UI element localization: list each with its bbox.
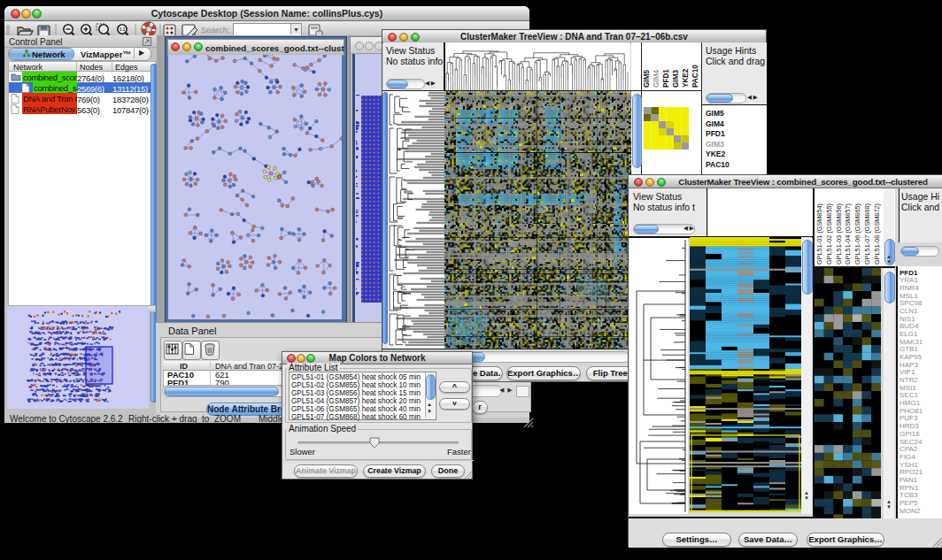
svg-text:GPL51-03 (GSM856): GPL51-03 (GSM856): [835, 203, 843, 265]
svg-text:SEC1: SEC1: [900, 391, 918, 399]
svg-text:TCB3: TCB3: [900, 491, 918, 499]
svg-text:GPL51-07 (GSM868): GPL51-07 (GSM868): [863, 203, 871, 265]
svg-text:RPO21: RPO21: [900, 468, 923, 476]
svg-text:KAP95: KAP95: [900, 353, 922, 361]
svg-text:GPL51-02 (GSM855): GPL51-02 (GSM855): [825, 203, 833, 265]
svg-text:FIG4: FIG4: [900, 453, 915, 461]
svg-text:GIM5: GIM5: [643, 70, 651, 88]
svg-text:YSH1: YSH1: [900, 461, 918, 469]
svg-text:PEP5: PEP5: [900, 499, 918, 507]
svg-text:CLN1: CLN1: [900, 307, 918, 315]
svg-text:PFD1: PFD1: [662, 69, 670, 88]
svg-text:YKE2: YKE2: [682, 68, 690, 88]
svg-text:MON2: MON2: [900, 507, 921, 515]
svg-text:GPL51-04 (GSM857): GPL51-04 (GSM857): [844, 203, 852, 265]
svg-text:GIM4: GIM4: [652, 70, 660, 88]
svg-text:NTR2: NTR2: [900, 376, 918, 384]
svg-text:YRA1: YRA1: [900, 276, 918, 284]
svg-text:NIS1: NIS1: [900, 315, 915, 323]
svg-text:RPN1: RPN1: [900, 484, 919, 492]
svg-text:GTB1: GTB1: [900, 345, 918, 353]
svg-text:VIP1: VIP1: [900, 368, 915, 376]
svg-text:ELG1: ELG1: [900, 330, 918, 338]
svg-text:MSL1: MSL1: [900, 292, 918, 300]
svg-text:HRD3: HRD3: [900, 422, 919, 430]
svg-text:GPI16: GPI16: [900, 430, 920, 438]
svg-text:GPL51-08 (GSM872): GPL51-08 (GSM872): [873, 203, 881, 265]
svg-text:GPL51-01 (GSM854): GPL51-01 (GSM854): [815, 203, 823, 265]
svg-text:GIM3: GIM3: [672, 70, 680, 88]
svg-text:PAC10: PAC10: [691, 65, 699, 88]
svg-text:MAK31: MAK31: [900, 338, 923, 346]
svg-text:GPL51-06 (GSM865): GPL51-06 (GSM865): [853, 203, 861, 265]
svg-text:1:1: 1:1: [120, 27, 126, 32]
svg-text:PUF3: PUF3: [900, 414, 918, 422]
svg-text:CPA2: CPA2: [900, 445, 918, 453]
svg-text:PHO81: PHO81: [900, 407, 923, 415]
svg-text:Search:: Search:: [201, 25, 230, 35]
svg-text:PFD1: PFD1: [900, 269, 918, 277]
svg-text:SPC98: SPC98: [900, 299, 923, 307]
svg-text:MSI1: MSI1: [900, 384, 916, 392]
